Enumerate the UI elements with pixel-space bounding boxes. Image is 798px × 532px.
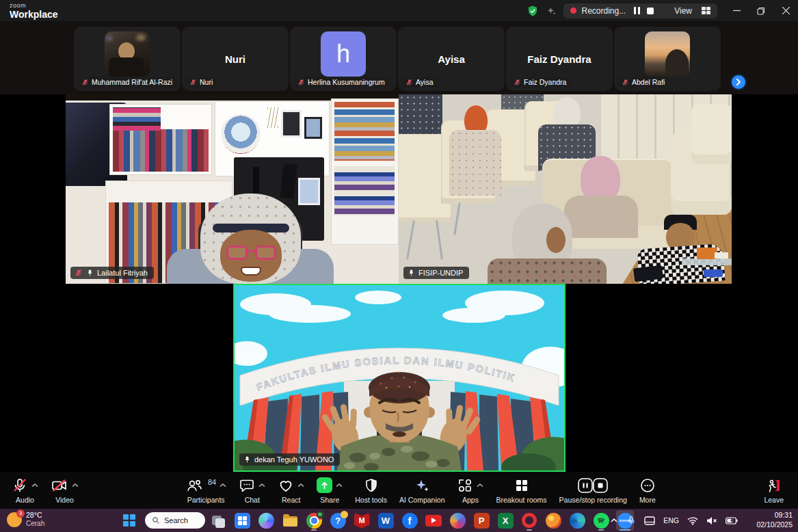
pause-stop-recording-label: Pause/stop recording — [559, 496, 627, 504]
virtual-background-scene: FAKULTAS ILMU SOSIAL DAN ILMU POLITIK — [235, 285, 564, 470]
store-icon — [235, 513, 250, 529]
react-button[interactable]: React — [271, 475, 310, 506]
participants-button[interactable]: 84 Participants — [179, 475, 232, 506]
apps-button[interactable]: Apps — [451, 475, 490, 506]
word-button[interactable]: W — [377, 510, 395, 531]
meeting-toolbar: Audio Video 84 Participants — [0, 472, 798, 509]
chat-button[interactable]: Chat — [232, 475, 271, 506]
share-button[interactable]: Share — [310, 475, 349, 506]
person-body — [449, 130, 501, 196]
microsoft-store-button[interactable] — [233, 510, 251, 531]
youtube-button[interactable] — [425, 510, 442, 531]
participant-tile-faiz[interactable]: Faiz Dyandra Faiz Dyandra — [506, 27, 613, 91]
chevron-up-icon[interactable] — [477, 483, 483, 488]
shield-icon — [363, 477, 380, 494]
breakout-rooms-icon — [514, 477, 530, 494]
participant-tile-herlina[interactable]: h Herlina Kusumaningrum — [290, 27, 397, 91]
wifi-icon[interactable] — [687, 516, 698, 525]
restore-button[interactable] — [749, 0, 773, 21]
file-explorer-button[interactable] — [281, 510, 299, 531]
mic-muted-icon — [297, 79, 305, 86]
chevron-up-icon[interactable] — [220, 483, 226, 488]
mic-in-use-icon[interactable] — [626, 516, 636, 525]
logo-zoom-text: zoom — [10, 3, 58, 9]
volume-muted-icon[interactable] — [706, 516, 717, 525]
excel-button[interactable]: X — [496, 510, 514, 531]
participant-name-badge: Faiz Dyandra — [510, 77, 571, 88]
windows-taskbar: 3 28°C Cerah Search R ? M W f — [0, 509, 798, 532]
mcafee-button[interactable]: M — [353, 510, 371, 531]
spotify-button[interactable] — [592, 510, 610, 531]
participant-tile-rifat[interactable]: Muhammad Rif'at Al-Razi — [74, 27, 181, 91]
weather-sun-icon: 3 — [7, 512, 22, 527]
participant-display-name: Nuri — [225, 53, 245, 65]
tray-overflow-chevron[interactable] — [610, 518, 618, 523]
task-view-icon — [211, 513, 226, 529]
facebook-button[interactable]: f — [401, 510, 418, 531]
copilot-button[interactable] — [257, 510, 275, 531]
apps-label: Apps — [462, 496, 479, 504]
participant-tile-ayisa[interactable]: Ayisa Ayisa — [398, 27, 505, 91]
share-screen-icon — [317, 477, 332, 493]
security-shield-icon[interactable] — [527, 5, 539, 17]
chrome-profile-badge: R — [317, 511, 324, 518]
chevron-up-icon[interactable] — [297, 483, 304, 488]
mic-muted-icon — [81, 79, 89, 86]
taskbar-clock[interactable]: 09:31 02/10/2025 — [756, 511, 793, 529]
taskbar-search[interactable]: Search — [145, 512, 205, 529]
opera-button[interactable] — [520, 510, 538, 531]
close-button[interactable] — [773, 0, 798, 21]
participant-name: Ayisa — [416, 78, 434, 86]
video-tile-active-speaker[interactable]: FAKULTAS ILMU SOSIAL DAN ILMU POLITIK — [233, 284, 566, 472]
audio-button[interactable]: Audio — [5, 475, 44, 506]
pause-recording-button[interactable] — [634, 7, 640, 14]
audio-label: Audio — [16, 496, 34, 504]
search-icon — [152, 516, 160, 524]
chevron-up-icon[interactable] — [258, 483, 265, 488]
firefox-button[interactable] — [544, 510, 562, 531]
glass-table — [682, 258, 732, 265]
battery-icon[interactable] — [726, 517, 738, 524]
mic-muted-icon — [75, 269, 83, 277]
leave-button[interactable]: Leave — [758, 475, 790, 506]
get-help-button[interactable]: ? — [329, 510, 347, 531]
pin-icon — [243, 455, 251, 464]
video-tile-fisip-undip[interactable]: FISIP-UNDIP — [399, 94, 732, 284]
touchpad-icon[interactable] — [644, 516, 655, 525]
chrome-icon: R — [306, 513, 322, 529]
avatar-initial: h — [321, 31, 366, 77]
view-button-label[interactable]: View — [674, 6, 692, 16]
breakout-rooms-button[interactable]: Breakout rooms — [490, 475, 553, 506]
start-button[interactable] — [123, 514, 135, 527]
weather-widget[interactable]: 3 28°C Cerah — [7, 511, 44, 529]
powerpoint-button[interactable]: P — [473, 510, 490, 531]
ai-sparkle-icon[interactable] — [546, 5, 557, 16]
host-tools-label: Host tools — [355, 496, 387, 504]
host-tools-button[interactable]: Host tools — [349, 475, 393, 506]
participant-name: Faiz Dyandra — [524, 78, 566, 86]
video-tile-lailatul[interactable]: Lailatul Fitriyah — [66, 94, 399, 284]
chevron-up-icon[interactable] — [31, 483, 38, 488]
video-button[interactable]: Video — [44, 475, 85, 506]
participant-tile-abdel[interactable]: Abdel Rafi — [614, 27, 721, 91]
microsoft-365-button[interactable] — [449, 510, 466, 531]
avatar — [105, 31, 150, 77]
view-grid-icon[interactable] — [702, 7, 710, 14]
mic-off-icon — [12, 477, 28, 494]
stop-recording-button[interactable] — [647, 8, 654, 14]
mic-muted-icon — [189, 79, 197, 86]
chevron-up-icon[interactable] — [336, 483, 343, 488]
more-button[interactable]: More — [633, 475, 662, 506]
task-view-button[interactable] — [209, 510, 227, 531]
chevron-up-icon[interactable] — [72, 483, 79, 488]
language-indicator[interactable]: ENG — [663, 516, 679, 524]
ai-companion-button[interactable]: AI Companion — [393, 475, 451, 506]
minimize-button[interactable] — [724, 0, 749, 21]
participant-tile-nuri[interactable]: Nuri Nuri — [182, 27, 289, 91]
glasses — [226, 245, 277, 261]
pause-stop-recording-button[interactable]: Pause/stop recording — [553, 475, 633, 506]
chrome-button[interactable]: R — [305, 510, 323, 531]
next-participants-page-button[interactable] — [730, 74, 747, 90]
video-off-icon — [51, 477, 68, 494]
edge-button[interactable] — [568, 510, 586, 531]
